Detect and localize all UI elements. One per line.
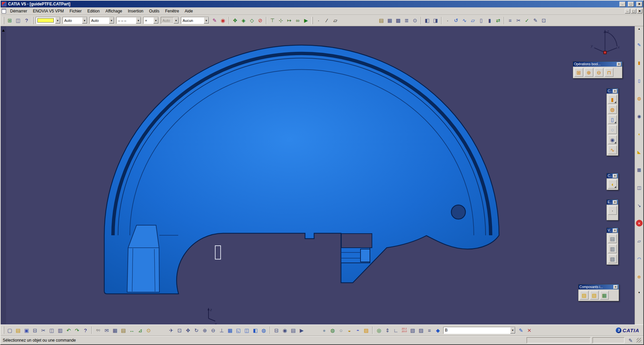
plane-icon[interactable]: ▱: [636, 238, 643, 244]
datum-point-icon[interactable]: ·: [444, 16, 452, 25]
wireframe-sphere-icon[interactable]: ○: [337, 326, 345, 334]
selection-input[interactable]: [444, 328, 510, 333]
snap-off-icon[interactable]: ⊘: [256, 16, 264, 25]
mass-properties-icon[interactable]: ⊙: [145, 326, 153, 334]
pad-icon[interactable]: ▮: [636, 59, 643, 66]
graphic-color-combo[interactable]: [36, 17, 61, 24]
overview-panel-icon[interactable]: ◧: [423, 16, 431, 25]
selection-filter-combo[interactable]: [443, 327, 516, 334]
snap-point-icon[interactable]: ⊹: [277, 16, 285, 25]
custom-render-icon[interactable]: ◒: [345, 326, 353, 334]
view-compass[interactable]: z x y: [591, 29, 620, 54]
user-feature-icon[interactable]: ▧: [590, 291, 599, 300]
layer-filter-icon[interactable]: ▧: [409, 326, 417, 334]
comment-icon[interactable]: ✉: [103, 326, 111, 334]
fillet-icon[interactable]: ◖: [636, 131, 643, 137]
strip-up-arrow-icon[interactable]: ▴: [638, 27, 640, 30]
detail-panel-icon[interactable]: ◨: [431, 16, 440, 25]
document-icon[interactable]: [2, 9, 6, 13]
globe-icon[interactable]: ◎: [375, 326, 383, 334]
rotate-icon[interactable]: ↻: [192, 326, 200, 334]
whats-this-icon[interactable]: ?: [23, 16, 31, 25]
part-hole[interactable]: [451, 205, 465, 219]
doc-minimize-button[interactable]: [625, 9, 630, 13]
add-body-icon[interactable]: ⊕: [584, 68, 593, 77]
palette-titlebar[interactable]: C...: [607, 173, 618, 178]
dropdown-arrow-icon[interactable]: [153, 17, 158, 24]
status-field-command[interactable]: [527, 337, 591, 343]
visualization-filter-icon[interactable]: ▨: [417, 326, 425, 334]
grab-hand-icon[interactable]: ⇕: [383, 326, 391, 334]
graphic-wizard-icon[interactable]: ◉: [219, 16, 227, 25]
axis-system-icon[interactable]: ∟: [392, 326, 400, 334]
line-weight-combo[interactable]: Auto: [63, 17, 87, 24]
anchor-icon[interactable]: ⊤: [268, 16, 276, 25]
shaft-icon[interactable]: ◍: [636, 95, 643, 102]
plane-icon[interactable]: ▱: [331, 16, 339, 25]
chamfer-icon[interactable]: ◣: [636, 148, 643, 155]
palette-close-icon[interactable]: [613, 200, 617, 204]
boolean-icon[interactable]: ⊕: [636, 273, 643, 280]
layer-combo[interactable]: Aucun: [181, 17, 209, 24]
wave-icon[interactable]: ∿: [460, 16, 468, 25]
pencil-edit-icon[interactable]: ✎: [627, 336, 635, 344]
remove-body-icon[interactable]: ⊖: [595, 68, 603, 77]
palette-close-icon[interactable]: [617, 62, 621, 66]
zoom-in-icon[interactable]: ⊕: [201, 326, 209, 334]
patch-icon[interactable]: ▱: [469, 16, 477, 25]
catalog-browser-icon[interactable]: ▤: [377, 16, 385, 25]
palette-close-icon[interactable]: [613, 89, 617, 93]
menu-item-affichage[interactable]: Affichage: [103, 8, 125, 14]
menu-item-edition[interactable]: Edition: [85, 8, 103, 14]
fillet-icon[interactable]: ◖: [608, 180, 617, 188]
sheet-format-icon[interactable]: ≡: [506, 16, 514, 25]
work-grid-icon[interactable]: ▩: [394, 16, 402, 25]
point-icon[interactable]: ∙: [608, 206, 617, 215]
menu-item-demarrer[interactable]: Démarrer: [7, 8, 30, 14]
close-button[interactable]: [636, 2, 642, 7]
swap-icon[interactable]: ⇄: [494, 16, 502, 25]
hide-show-icon[interactable]: ◍: [260, 326, 268, 334]
palette-close-icon[interactable]: [613, 174, 617, 178]
normal-view-icon[interactable]: ⊥: [218, 326, 226, 334]
redo-icon[interactable]: ↷: [73, 326, 81, 334]
formula-icon[interactable]: f(x): [94, 326, 102, 334]
open-folder-icon[interactable]: ▤: [14, 326, 22, 334]
smart-pick-icon[interactable]: ◇: [248, 16, 256, 25]
paste-icon[interactable]: ▥: [56, 326, 64, 334]
toolbar-grip[interactable]: [312, 17, 313, 24]
titlebar[interactable]: CATIA V5 - [guidePTFE.CATPart]: [1, 1, 643, 7]
assemble-icon[interactable]: ⊞: [574, 68, 583, 77]
strip-down-arrow-icon[interactable]: ▾: [638, 291, 640, 294]
snapshot-icon[interactable]: ▧: [608, 254, 617, 263]
solid-icon[interactable]: ▮: [486, 16, 494, 25]
snap-element-icon[interactable]: ◈: [239, 16, 248, 25]
shaded-edges-icon[interactable]: ◍: [329, 326, 337, 334]
pocket-icon[interactable]: ▯: [608, 115, 617, 124]
player-icon[interactable]: ▶: [298, 326, 306, 334]
palette-close-icon[interactable]: [613, 229, 617, 233]
pattern-icon[interactable]: ▦: [636, 166, 643, 173]
multi-view-icon[interactable]: ▦: [226, 326, 234, 334]
palette-titlebar[interactable]: Composants i...: [578, 284, 619, 289]
print-setup-icon[interactable]: ⊡: [540, 16, 548, 25]
rib-icon[interactable]: ∿: [608, 145, 617, 154]
dropdown-arrow-icon[interactable]: [109, 17, 114, 24]
annotate-icon[interactable]: ✎: [531, 16, 539, 25]
line-type-combo[interactable]: – – –: [116, 17, 141, 24]
erase-icon[interactable]: ✕: [525, 326, 533, 334]
whats-this-icon[interactable]: ?: [81, 326, 89, 334]
shading-mode-icon[interactable]: ◧: [251, 326, 259, 334]
fit-all-in-icon[interactable]: ⊡: [176, 326, 184, 334]
dropdown-arrow-icon[interactable]: [82, 17, 87, 24]
menu-item-aide[interactable]: Aide: [182, 8, 195, 14]
scale-icon[interactable]: ↘: [636, 202, 643, 209]
surface-icon[interactable]: ◠: [636, 255, 643, 262]
resize-grip[interactable]: [637, 338, 641, 343]
measure-item-icon[interactable]: ⊿: [136, 326, 144, 334]
hole-icon[interactable]: ◉: [636, 113, 643, 119]
catalog-icon[interactable]: ▤: [119, 326, 127, 334]
cut-icon[interactable]: ✂: [39, 326, 47, 334]
doc-restore-button[interactable]: [631, 9, 636, 13]
pen-icon[interactable]: ✎: [517, 326, 525, 334]
